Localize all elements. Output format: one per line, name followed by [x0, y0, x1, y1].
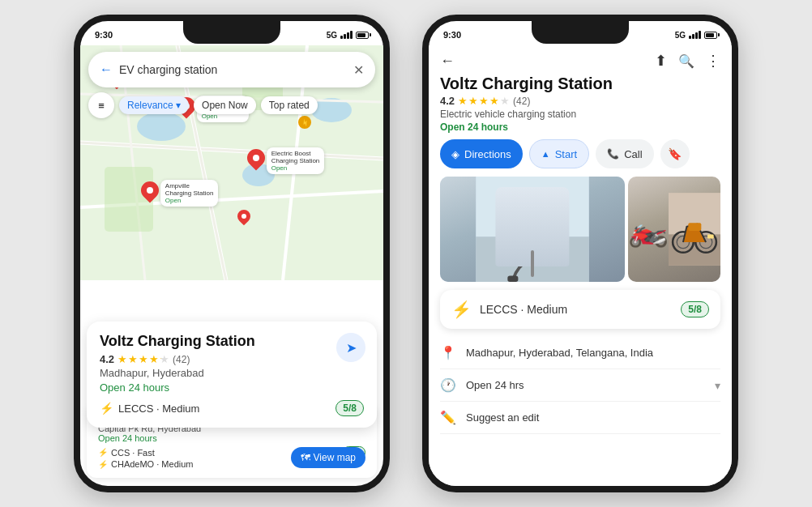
- start-button[interactable]: ▲ Start: [529, 139, 589, 168]
- pin-inner-electric: [253, 155, 259, 161]
- start-label: Start: [555, 148, 577, 160]
- charger-row: ⚡ LECCS · Medium 5/8: [100, 400, 364, 416]
- star-2: ★: [128, 353, 138, 365]
- search-bar[interactable]: ← EV charging station ✕: [88, 52, 375, 87]
- filter-icon-button[interactable]: ≡: [88, 92, 114, 118]
- detail-title: Voltz Charging Station: [429, 75, 732, 95]
- directions-fab[interactable]: ➤: [336, 333, 365, 362]
- second-bolt-2: ⚡: [98, 460, 108, 469]
- info-row-address: 📍 Madhapur, Hyderabad, Telangana, India: [440, 337, 720, 369]
- svg-rect-17: [510, 188, 547, 259]
- second-result-open: Open 24 hours: [98, 433, 365, 443]
- back-button[interactable]: ←: [440, 53, 455, 70]
- bookmark-button[interactable]: 🔖: [660, 139, 690, 168]
- map-icon: 🗺: [301, 452, 310, 463]
- result-card[interactable]: ➤ Voltz Charging Station 4.2 ★ ★ ★ ★ ★★ …: [87, 322, 377, 428]
- location-text: Madhapur, Hyderabad: [100, 367, 364, 379]
- search-text: EV charging station: [119, 63, 347, 76]
- open-now-label: Open Now: [202, 100, 248, 111]
- start-icon: ▲: [541, 149, 550, 159]
- signal-bars-1: [340, 31, 353, 39]
- map-area: ← EV charging station ✕ ≡ Relevance ▾ Op…: [80, 45, 383, 280]
- view-map-label: View map: [314, 452, 356, 463]
- phone-2: 9:30 5G ← ⬆ 🔍: [422, 15, 738, 492]
- pin-inner-ampville: [147, 187, 153, 194]
- photo-ev-charger[interactable]: Po: [440, 177, 625, 282]
- hours-text: Open 24 hrs: [466, 379, 705, 391]
- open-text: Open 24 hours: [100, 381, 364, 394]
- rating-num: 4.2: [100, 353, 114, 365]
- ev-charger-svg: Po: [440, 177, 625, 282]
- phone2-content: ← ⬆ 🔍 ⋮ Voltz Charging Station 4.2 ★ ★ ★…: [429, 45, 732, 486]
- relevance-chip[interactable]: Relevance ▾: [119, 96, 189, 114]
- top-rated-chip[interactable]: Top rated: [261, 96, 318, 114]
- d-star-1: ★: [458, 95, 468, 107]
- share-icon[interactable]: ⬆: [655, 52, 667, 70]
- photo-motorcycle[interactable]: [628, 177, 720, 282]
- info-row-hours[interactable]: 🕐 Open 24 hrs ▾: [440, 369, 720, 402]
- hours-expand-icon[interactable]: ▾: [715, 379, 720, 392]
- search-clear-icon[interactable]: ✕: [353, 62, 364, 78]
- svg-rect-29: [688, 223, 701, 231]
- photos-row: Po: [429, 177, 732, 290]
- second-type-2: CHAdeMO · Medium: [111, 459, 193, 469]
- network-1: 5G: [327, 31, 337, 40]
- second-bolt-1: ⚡: [98, 448, 108, 457]
- search-back-icon[interactable]: ←: [100, 62, 113, 77]
- motorcycle-photo: [628, 177, 720, 282]
- map-pin-head-ampville: [141, 181, 159, 204]
- battery-icon-2: [704, 32, 717, 39]
- more-icon[interactable]: ⋮: [706, 52, 720, 70]
- top-rated-label: Top rated: [269, 100, 310, 111]
- star-4: ★: [149, 353, 159, 365]
- pin-head-electric: [243, 145, 268, 170]
- detail-open: Open 24 hours: [429, 121, 732, 139]
- directions-icon: ◈: [451, 148, 459, 160]
- directions-button[interactable]: ◈ Directions: [440, 139, 523, 168]
- detail-availability-badge: 5/8: [681, 301, 709, 317]
- map-pin-extra4: [237, 210, 250, 223]
- phone1-content: ← EV charging station ✕ ≡ Relevance ▾ Op…: [80, 45, 383, 486]
- view-map-button[interactable]: 🗺 View map: [291, 447, 365, 468]
- call-label: Call: [624, 148, 642, 160]
- svg-rect-16: [476, 236, 588, 282]
- detail-header: ← ⬆ 🔍 ⋮: [429, 45, 732, 75]
- svg-rect-21: [507, 276, 518, 282]
- d-star-4: ★: [489, 95, 499, 107]
- action-buttons: ◈ Directions ▲ Start 📞 Call 🔖: [429, 139, 732, 177]
- bolt-icon: ⚡: [100, 402, 113, 415]
- call-icon: 📞: [607, 148, 619, 160]
- directions-fab-icon: ➤: [346, 340, 357, 356]
- filter-icon: ≡: [98, 100, 105, 112]
- relevance-label: Relevance ▾: [127, 100, 181, 111]
- star-3: ★: [139, 353, 148, 365]
- svg-text:Po: Po: [525, 199, 533, 207]
- detail-review-count: (42): [513, 96, 530, 107]
- detail-charger-left: ⚡ LECCS · Medium: [451, 300, 567, 319]
- status-right-2: 5G: [675, 31, 717, 40]
- info-row-edit[interactable]: ✏️ Suggest an edit: [440, 402, 720, 434]
- detail-category: Electric vehicle charging station: [429, 109, 732, 121]
- signal-bars-2: [689, 31, 701, 39]
- battery-fill-2: [706, 33, 714, 37]
- network-2: 5G: [675, 31, 686, 40]
- filter-bar: ≡ Relevance ▾ Open Now Top rated: [88, 92, 375, 118]
- detail-rating-row: 4.2 ★ ★ ★ ★ ★ (42): [429, 95, 732, 109]
- phone-1: 9:30 5G: [74, 15, 390, 492]
- signal-bar-1: [340, 36, 343, 39]
- signal-bar-4: [350, 31, 353, 39]
- open-now-chip[interactable]: Open Now: [194, 96, 256, 114]
- ev-charger-photo: Po: [440, 177, 625, 282]
- status-right-1: 5G: [327, 31, 369, 40]
- search-icon[interactable]: 🔍: [678, 53, 694, 69]
- stars: ★ ★ ★ ★ ★★: [118, 353, 169, 365]
- svg-rect-18: [515, 193, 542, 214]
- detail-stars: ★ ★ ★ ★ ★: [458, 95, 510, 107]
- detail-charger-card: ⚡ LECCS · Medium 5/8: [440, 290, 720, 329]
- charger-info: ⚡ LECCS · Medium: [100, 402, 199, 415]
- bookmark-icon: 🔖: [668, 147, 682, 160]
- time-2: 9:30: [443, 30, 461, 40]
- info-section: 📍 Madhapur, Hyderabad, Telangana, India …: [429, 337, 732, 434]
- d-star-5: ★: [500, 95, 510, 107]
- call-button[interactable]: 📞 Call: [596, 139, 653, 168]
